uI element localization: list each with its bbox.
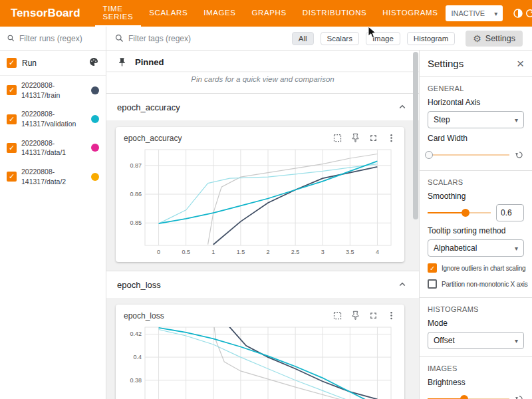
run-name: 20220808-141317/train: [21, 80, 86, 100]
run-color-dot: [91, 144, 99, 152]
section-title: epoch_accuracy: [117, 102, 180, 112]
fullscreen-icon[interactable]: [368, 311, 378, 321]
section-title: epoch_loss: [117, 280, 161, 290]
section-epoch-accuracy[interactable]: epoch_accuracy: [106, 94, 419, 120]
settings-group-general: GENERAL Horizontal Axis Step ▾ Card Widt…: [420, 77, 532, 171]
run-row-data1[interactable]: 20220808-141317/data/1: [0, 134, 106, 162]
fit-data-icon[interactable]: [332, 133, 342, 143]
chip-histogram[interactable]: Histogram: [407, 32, 455, 45]
tab-graphs[interactable]: GRAPHS: [244, 0, 295, 27]
run-checkbox[interactable]: [7, 85, 17, 95]
run-row-train[interactable]: 20220808-141317/train: [0, 76, 106, 104]
tag-filter-toolbar: All Scalars Image Histogram ⚙ Settings: [106, 27, 532, 51]
chip-image[interactable]: Image: [366, 32, 400, 45]
run-checkbox[interactable]: [7, 114, 17, 124]
settings-panel: Settings × GENERAL Horizontal Axis Step …: [419, 51, 532, 399]
search-icon: [114, 33, 124, 43]
svg-text:0.87: 0.87: [130, 162, 142, 169]
svg-text:2.5: 2.5: [291, 249, 300, 255]
slider-knob[interactable]: [425, 151, 433, 159]
reload-status-select[interactable]: INACTIVE ▾: [446, 5, 503, 21]
chip-scalars[interactable]: Scalars: [321, 32, 359, 45]
settings-group-scalars: SCALARS Smoothing Tooltip sorting method…: [420, 171, 532, 298]
dropdown-caret-icon: ▾: [494, 10, 497, 17]
run-row-data2[interactable]: 20220808-141317/data/2: [0, 162, 106, 191]
horizontal-axis-select[interactable]: Step ▾: [428, 111, 524, 128]
tag-filter-input[interactable]: [128, 34, 215, 43]
tab-histograms[interactable]: HISTOGRAMS: [374, 0, 446, 27]
horizontal-axis-label: Horizontal Axis: [428, 98, 524, 107]
card-width-slider[interactable]: [428, 150, 509, 160]
run-row-validation[interactable]: 20220808-141317/validation: [0, 104, 106, 133]
scrollbar[interactable]: [413, 51, 419, 399]
settings-button[interactable]: ⚙ Settings: [466, 31, 523, 47]
run-color-dot: [91, 173, 99, 181]
more-vert-icon[interactable]: [386, 311, 396, 321]
svg-text:3.5: 3.5: [346, 249, 354, 255]
brightness-label: Brightness: [428, 378, 524, 387]
run-checkbox[interactable]: [7, 143, 17, 153]
card-title: epoch_loss: [124, 311, 164, 321]
ignore-outliers-checkbox-row[interactable]: Ignore outliers in chart scaling: [428, 263, 524, 273]
partition-x-axis-checkbox-row[interactable]: Partition non-monotonic X axis: [428, 279, 524, 289]
epoch-accuracy-chart: 00.511.522.533.540.850.860.87: [122, 146, 399, 259]
chip-all[interactable]: All: [292, 32, 314, 45]
tab-distributions[interactable]: DISTRIBUTIONS: [295, 0, 375, 27]
run-filter-input[interactable]: [19, 34, 99, 43]
tooltip-sort-label: Tooltip sorting method: [428, 226, 524, 235]
run-name: 20220808-141317/data/1: [21, 138, 86, 158]
cards-area: Pinned Pin cards for a quick view and co…: [106, 51, 419, 399]
scrollbar-thumb[interactable]: [413, 52, 418, 219]
section-epoch-loss[interactable]: epoch_loss: [106, 271, 419, 298]
tab-time-series[interactable]: TIME SERIES: [95, 0, 142, 27]
select-all-runs-checkbox[interactable]: [7, 58, 17, 68]
svg-text:1.5: 1.5: [237, 249, 245, 255]
theme-toggle-icon[interactable]: [512, 3, 524, 23]
smoothing-slider[interactable]: [428, 208, 491, 217]
tab-images[interactable]: IMAGES: [196, 0, 243, 27]
brightness-slider[interactable]: [428, 394, 509, 399]
fullscreen-icon[interactable]: [368, 133, 378, 143]
run-color-dot: [91, 86, 99, 94]
collapse-icon[interactable]: [396, 101, 408, 113]
svg-text:1: 1: [211, 249, 215, 255]
svg-text:2: 2: [266, 249, 269, 255]
more-vert-icon[interactable]: [386, 133, 396, 143]
run-checkbox[interactable]: [7, 172, 17, 182]
fit-data-icon[interactable]: [332, 311, 342, 321]
tab-scalars[interactable]: SCALARS: [141, 0, 196, 27]
app-header: TensorBoard TIME SERIES SCALARS IMAGES G…: [0, 0, 532, 27]
settings-button-label: Settings: [485, 34, 515, 43]
pinned-header: Pinned: [106, 51, 419, 71]
ignore-outliers-checkbox[interactable]: [428, 263, 437, 273]
svg-text:4: 4: [376, 249, 379, 255]
smoothing-value-input[interactable]: [496, 204, 524, 221]
reset-icon[interactable]: [515, 150, 524, 160]
collapse-icon[interactable]: [396, 279, 408, 291]
pinned-title: Pinned: [135, 57, 164, 67]
reload-status-value: INACTIVE: [451, 9, 485, 17]
histogram-mode-select[interactable]: Offset ▾: [428, 332, 524, 349]
runs-column-header: Run: [22, 59, 37, 68]
scalar-card-epoch-loss: epoch_loss 00.511.522.533.540.360.380.40…: [116, 305, 404, 399]
refresh-icon[interactable]: [524, 3, 532, 23]
dropdown-caret-icon: ▾: [515, 116, 518, 124]
group-heading: HISTOGRAMS: [428, 305, 524, 313]
settings-title: Settings: [428, 58, 464, 69]
svg-text:0.85: 0.85: [130, 219, 142, 226]
pin-icon[interactable]: [350, 311, 360, 321]
run-filter: [0, 27, 106, 51]
pin-icon[interactable]: [350, 133, 360, 143]
settings-group-histograms: HISTOGRAMS Mode Offset ▾: [420, 298, 532, 357]
runs-sidebar: Run 20220808-141317/train 20220808-14131…: [0, 27, 106, 399]
slider-knob[interactable]: [460, 395, 468, 399]
dropdown-caret-icon: ▾: [515, 337, 518, 344]
card-region: epoch_accuracy 00.511.522.533.540.850.86…: [106, 120, 419, 271]
reset-icon[interactable]: [515, 394, 524, 399]
close-icon[interactable]: ×: [517, 57, 524, 70]
partition-x-axis-checkbox[interactable]: [428, 279, 437, 289]
tooltip-sort-select[interactable]: Alphabetical ▾: [428, 239, 524, 257]
run-name: 20220808-141317/validation: [21, 109, 86, 128]
palette-icon[interactable]: [88, 57, 99, 69]
slider-knob[interactable]: [462, 209, 469, 217]
